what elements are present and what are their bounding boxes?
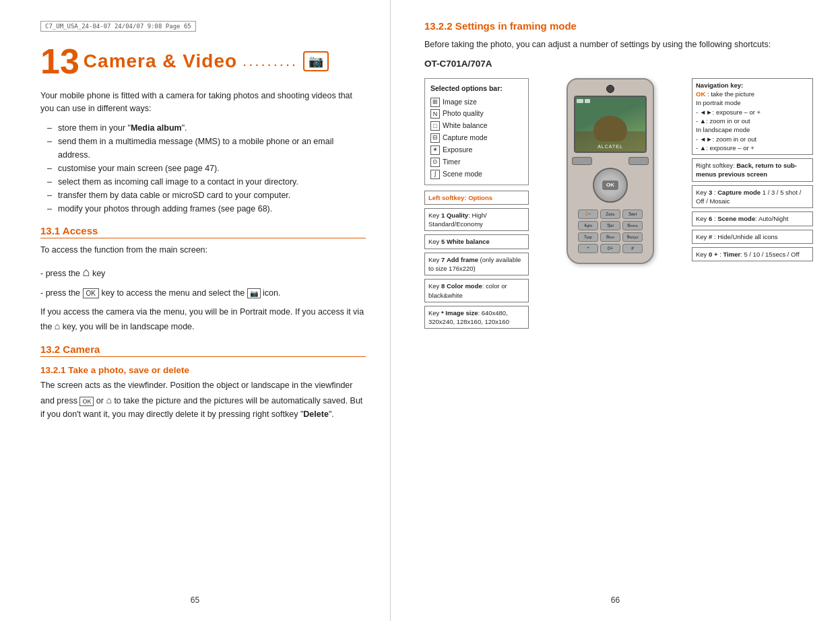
key-0: 0+ bbox=[600, 244, 620, 253]
options-capture-mode: ⊟ Capture mode bbox=[430, 132, 523, 144]
image-size-label: Image size bbox=[443, 96, 477, 108]
status-bar bbox=[577, 98, 644, 104]
key5-annotation: Key 5 White balance bbox=[424, 234, 529, 249]
capture-mode-icon: ⊟ bbox=[430, 133, 440, 143]
nav-ring: OK bbox=[593, 168, 628, 203]
keystar-annotation: Key * Image size: 640x480, 320x240, 128x… bbox=[424, 306, 529, 329]
left-softkey-annotation: Left softkey: Options bbox=[424, 191, 529, 205]
exposure-label: Exposure bbox=[443, 144, 472, 156]
phone-graphic: ALCATEL OK 1~ 2abc 3def 4ghi bbox=[529, 78, 692, 264]
options-bar: Selected options bar: ⊞ Image size N Pho… bbox=[424, 78, 529, 185]
scene-mode-label: Scene mode bbox=[443, 168, 482, 181]
right-softkey-btn bbox=[628, 157, 649, 165]
list-item: modify your photos through adding frames… bbox=[47, 202, 366, 216]
right-intro: Before taking the photo, you can adjust … bbox=[424, 38, 813, 52]
key-5: 5jkl bbox=[600, 221, 620, 230]
diagram-area: Selected options bar: ⊞ Image size N Pho… bbox=[424, 78, 813, 333]
softkey-row bbox=[572, 157, 649, 165]
bullet-list: store them in your "Media album". send t… bbox=[47, 121, 366, 216]
key-9: 9wxyz bbox=[622, 232, 643, 242]
chapter-title: Camera & Video bbox=[84, 51, 237, 72]
photo-quality-icon: N bbox=[430, 109, 440, 119]
exposure-icon: ☀ bbox=[430, 145, 440, 155]
media-album-bold: Media album bbox=[131, 123, 182, 133]
list-item: store them in your "Media album". bbox=[47, 121, 366, 135]
camera-icon: 📷 bbox=[303, 51, 329, 71]
phone-screen: ALCATEL bbox=[574, 96, 647, 153]
key7-annotation: Key 7 Add frame (only available to size … bbox=[424, 253, 529, 276]
numpad: 1~ 2abc 3def 4ghi 5jkl 6mno 7pqr 8tuv 9w… bbox=[578, 209, 643, 253]
section-1322-heading: 13.2.2 Settings in framing mode bbox=[424, 20, 813, 32]
list-item: send them in a multimedia message (MMS) … bbox=[47, 135, 366, 162]
model-label: OT-C701A/707A bbox=[424, 59, 813, 69]
options-exposure: ☀ Exposure bbox=[430, 144, 523, 156]
key-2: 2abc bbox=[600, 209, 620, 219]
key-1: 1~ bbox=[578, 209, 598, 219]
page-number-right: 66 bbox=[611, 595, 620, 605]
section-1321-heading: 13.2.1 Take a photo, save or delete bbox=[40, 365, 366, 375]
delete-bold: Delete bbox=[303, 410, 329, 419]
options-image-size: ⊞ Image size bbox=[430, 96, 523, 108]
ok-button: OK bbox=[602, 181, 618, 190]
right-annotations: Navigation key: OK : take the picture In… bbox=[692, 78, 813, 265]
left-page: C7_UM_USA_24-04-07 24/04/07 9:08 Page 65… bbox=[0, 0, 391, 621]
image-size-icon: ⊞ bbox=[430, 98, 440, 107]
left-annotations: Selected options bar: ⊞ Image size N Pho… bbox=[424, 78, 529, 333]
phone-viewfinder bbox=[575, 97, 645, 152]
chapter-number: 13 bbox=[40, 44, 79, 79]
list-item: transfer them by data cable or microSD c… bbox=[47, 189, 366, 202]
options-white-balance: □ White balance bbox=[430, 120, 523, 132]
chapter-heading: 13 Camera & Video ......... 📷 bbox=[40, 44, 366, 79]
key-hash: # bbox=[622, 244, 643, 253]
key-star: * bbox=[578, 244, 598, 253]
section-131-heading: 13.1 Access bbox=[40, 225, 366, 238]
key3-annotation: Key 3 : Capture mode 1 / 3 / 5 shot / Of… bbox=[692, 185, 813, 209]
key-7: 7pqr bbox=[578, 232, 598, 242]
chapter-dots: ......... bbox=[243, 53, 298, 70]
options-timer: ⊙ Timer bbox=[430, 156, 523, 168]
access-para4: If you access the camera via the menu, y… bbox=[40, 306, 366, 335]
access-para3: - press the OK key to access the menu an… bbox=[40, 287, 366, 300]
section-131-label: 13.1 Access bbox=[40, 225, 98, 236]
options-photo-quality: N Photo quality bbox=[430, 108, 523, 120]
key0-annotation: Key 0 + : Timer: 5 / 10 / 15secs / Off bbox=[692, 247, 813, 261]
photo-quality-label: Photo quality bbox=[443, 108, 484, 120]
left-softkey-btn bbox=[572, 157, 592, 165]
timer-label: Timer bbox=[443, 156, 460, 168]
scene-mode-icon: ∫ bbox=[430, 170, 440, 179]
page-header-left: C7_UM_USA_24-04-07 24/04/07 9:08 Page 65 bbox=[40, 21, 196, 32]
key-3: 3def bbox=[622, 209, 643, 219]
key8-annotation: Key 8 Color mode: color or black&white bbox=[424, 279, 529, 302]
list-item: select them as incoming call image to a … bbox=[47, 175, 366, 189]
left-softkey-label: Left softkey: Options bbox=[428, 194, 492, 201]
camera-para1: The screen acts as the viewfinder. Posit… bbox=[40, 379, 366, 421]
right-softkey-annotation: Right softkey: Back, return to sub-menus… bbox=[692, 158, 813, 182]
camera-lens bbox=[606, 85, 614, 93]
timer-icon: ⊙ bbox=[430, 158, 440, 167]
key-8: 8tuv bbox=[600, 232, 620, 242]
section-132-label: 13.2 Camera bbox=[40, 344, 100, 355]
options-bar-title: Selected options bar: bbox=[430, 83, 523, 95]
key6-annotation: Key 6 : Scene mode: Auto/Night bbox=[692, 211, 813, 226]
white-balance-label: White balance bbox=[443, 120, 488, 132]
access-para2: - press the ⌂ key bbox=[40, 263, 366, 282]
intro-paragraph: Your mobile phone is fitted with a camer… bbox=[40, 90, 366, 116]
battery-icon bbox=[585, 99, 590, 103]
key-4: 4ghi bbox=[578, 221, 598, 230]
key1-annotation: Key 1 Quality: High/ Standard/Economy bbox=[424, 208, 529, 232]
page-number-left: 65 bbox=[191, 595, 199, 605]
list-item: customise your main screen (see page 47)… bbox=[47, 162, 366, 175]
access-para1: To access the function from the main scr… bbox=[40, 244, 366, 257]
phone-body: ALCATEL OK 1~ 2abc 3def 4ghi bbox=[567, 78, 654, 264]
phone-brand: ALCATEL bbox=[597, 144, 623, 149]
white-balance-icon: □ bbox=[430, 121, 440, 131]
center-spacer bbox=[605, 157, 616, 165]
nav-key-annotation: Navigation key: OK : take the picture In… bbox=[692, 78, 813, 155]
capture-mode-label: Capture mode bbox=[443, 132, 488, 144]
options-scene-mode: ∫ Scene mode bbox=[430, 168, 523, 181]
keypound-annotation: Key # : Hide/Unhide all icons bbox=[692, 230, 813, 244]
section-132-heading: 13.2 Camera bbox=[40, 344, 366, 357]
signal-icon bbox=[577, 99, 583, 103]
key-6: 6mno bbox=[622, 221, 643, 230]
right-page: 13.2.2 Settings in framing mode Before t… bbox=[391, 0, 840, 621]
